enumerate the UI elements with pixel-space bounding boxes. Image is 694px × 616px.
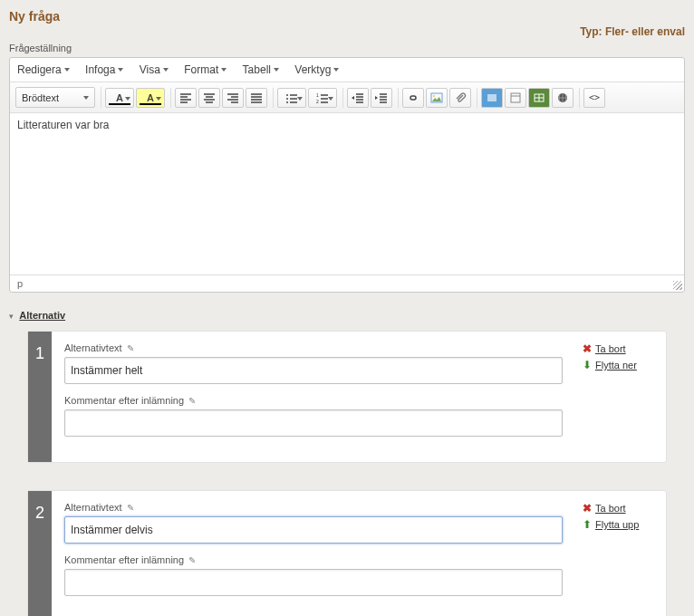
alternative-block: 2 Alternativtext ✎ Kommentar efter inläm… [27,490,667,616]
delete-icon: ✖ [583,502,592,515]
globe-icon[interactable] [552,88,574,108]
align-justify-icon[interactable] [246,88,267,108]
alternative-number: 2 [28,491,52,616]
alt-comment-label: Kommentar efter inlämning ✎ [64,554,563,565]
question-label: Frågeställning [9,43,72,53]
arrow-up-icon: ⬆ [583,518,592,531]
svg-point-1 [286,98,288,100]
page-title: Ny fråga [9,9,60,24]
arrow-down-icon: ⬇ [583,359,592,371]
align-left-icon[interactable] [175,88,197,108]
media-icon[interactable] [481,88,503,108]
editor-content[interactable]: Litteraturen var bra [10,113,684,274]
bullet-list-icon[interactable] [277,88,306,108]
alt-text-input[interactable] [64,357,563,384]
remove-button[interactable]: ✖Ta bort [583,502,659,515]
indent-icon[interactable] [371,88,392,108]
svg-point-6 [433,95,435,97]
text-color-button[interactable]: A [105,88,134,108]
editor-menubar: Redigera Infoga Visa Format Tabell Verkt… [10,58,684,82]
remove-button[interactable]: ✖Ta bort [583,342,659,355]
alt-text-input[interactable] [64,516,563,544]
edit-icon[interactable]: ✎ [188,396,196,406]
link-icon[interactable] [402,88,424,108]
svg-point-0 [286,94,288,96]
highlight-button[interactable]: A [136,88,165,108]
menu-view[interactable]: Visa [140,63,169,76]
alternatives-header[interactable]: ▾ Alternativ [9,309,685,322]
resize-grip-icon[interactable] [673,281,682,290]
alternative-number: 1 [28,332,52,462]
svg-point-2 [286,101,288,103]
block-format-select[interactable]: Brödtext [15,87,95,108]
edit-icon[interactable]: ✎ [188,555,196,565]
align-center-icon[interactable] [198,88,220,108]
editor-toolbar: Brödtext A A 12 [10,82,684,113]
svg-text:2: 2 [316,99,319,103]
alt-text-label: Alternativtext ✎ [64,502,563,513]
alt-comment-input[interactable] [64,409,563,437]
menu-insert[interactable]: Infoga [85,63,123,76]
move-up-button[interactable]: ⬆Flytta upp [583,518,659,531]
chevron-down-icon: ▾ [9,312,14,321]
alt-text-label: Alternativtext ✎ [64,342,563,353]
editor-status-bar: p [10,274,684,292]
image-icon[interactable] [426,88,448,108]
delete-icon: ✖ [583,342,592,355]
menu-table[interactable]: Tabell [243,63,279,76]
template-icon[interactable] [505,88,526,108]
alt-comment-label: Kommentar efter inlämning ✎ [64,395,563,406]
alternative-block: 1 Alternativtext ✎ Kommentar efter inläm… [27,331,667,463]
type-label: Typ: Fler- eller enval [580,25,685,38]
menu-format[interactable]: Format [184,63,227,76]
alt-comment-input[interactable] [64,569,563,596]
rich-text-editor: Redigera Infoga Visa Format Tabell Verkt… [9,57,685,293]
menu-edit[interactable]: Redigera [17,63,70,76]
outdent-icon[interactable] [347,88,369,108]
move-down-button[interactable]: ⬇Flytta ner [583,359,659,371]
source-code-icon[interactable]: <> [583,88,605,108]
number-list-icon[interactable]: 12 [308,88,337,108]
svg-rect-7 [487,94,496,101]
attachment-icon[interactable] [449,88,471,108]
menu-tools[interactable]: Verktyg [294,63,339,76]
editor-path: p [17,278,23,289]
svg-text:1: 1 [316,92,319,98]
edit-icon[interactable]: ✎ [127,343,134,353]
align-right-icon[interactable] [222,88,244,108]
svg-rect-8 [511,93,520,102]
edit-icon[interactable]: ✎ [127,503,134,513]
table-icon[interactable] [528,88,550,108]
